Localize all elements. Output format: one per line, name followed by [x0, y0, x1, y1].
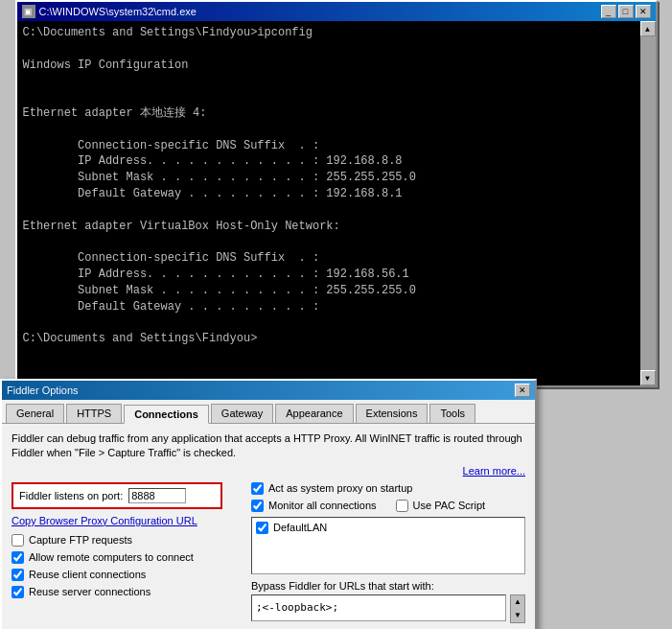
tab-extensions[interactable]: Extensions	[356, 404, 429, 423]
fiddler-main-content: Fiddler listens on port: Copy Browser Pr…	[12, 482, 525, 623]
lan-item: DefaultLAN	[256, 522, 521, 534]
capture-ftp-checkbox[interactable]	[12, 534, 24, 547]
lan-item-checkbox[interactable]	[256, 522, 268, 534]
monitor-connections-label: Monitor all connections	[268, 500, 377, 511]
scroll-down-button[interactable]: ▼	[640, 370, 656, 385]
tab-gateway[interactable]: Gateway	[211, 404, 273, 423]
monitor-connections-checkbox[interactable]	[251, 500, 264, 512]
reuse-server-row: Reuse server connections	[12, 586, 242, 598]
reuse-client-row: Reuse client connections	[12, 569, 242, 581]
cmd-title: C:\WINDOWS\system32\cmd.exe	[39, 6, 197, 17]
tab-general[interactable]: General	[6, 404, 64, 423]
capture-ftp-label: Capture FTP requests	[29, 534, 132, 546]
tab-https[interactable]: HTTPS	[66, 404, 122, 423]
allow-remote-row: Allow remote computers to connect	[12, 551, 242, 564]
system-proxy-checkbox[interactable]	[251, 482, 264, 495]
bypass-box-wrapper: ▲ ▼	[251, 594, 525, 623]
fiddler-title: Fiddler Options	[7, 384, 79, 396]
cmd-titlebar-controls: _ □ ✕	[601, 5, 651, 18]
bypass-scroll-up[interactable]: ▲	[511, 595, 524, 609]
system-proxy-row: Act as system proxy on startup	[251, 482, 525, 495]
bypass-label: Bypass Fiddler for URLs that start with:	[251, 580, 525, 592]
system-proxy-label: Act as system proxy on startup	[268, 482, 412, 494]
tab-appearance[interactable]: Appearance	[275, 404, 353, 423]
reuse-server-label: Reuse server connections	[29, 586, 151, 597]
capture-ftp-row: Capture FTP requests	[12, 534, 242, 547]
bypass-scrollbar: ▲ ▼	[510, 594, 525, 623]
cmd-window: ▣ C:\WINDOWS\system32\cmd.exe _ □ ✕ C:\D…	[15, 0, 658, 387]
use-pac-label: Use PAC Script	[413, 500, 486, 511]
cmd-text: C:\Documents and Settings\Findyou>ipconf…	[23, 25, 650, 347]
tab-connections[interactable]: Connections	[124, 405, 209, 424]
fiddler-close-button[interactable]: ✕	[515, 384, 530, 397]
scroll-track	[640, 36, 656, 370]
fiddler-titlebar: Fiddler Options ✕	[2, 381, 535, 400]
reuse-client-label: Reuse client connections	[29, 569, 146, 580]
fiddler-tabs: General HTTPS Connections Gateway Appear…	[2, 400, 535, 424]
cmd-titlebar-left: ▣ C:\WINDOWS\system32\cmd.exe	[22, 5, 197, 18]
lan-item-label: DefaultLAN	[273, 522, 327, 533]
port-label: Fiddler listens on port:	[19, 490, 123, 501]
fiddler-dialog: Fiddler Options ✕ General HTTPS Connecti…	[0, 379, 537, 629]
tab-tools[interactable]: Tools	[429, 404, 475, 423]
cmd-close-button[interactable]: ✕	[636, 5, 651, 18]
cmd-minimize-button[interactable]: _	[601, 5, 616, 18]
cmd-restore-button[interactable]: □	[618, 5, 634, 18]
use-pac-row: Use PAC Script	[396, 500, 486, 512]
fiddler-titlebar-controls: ✕	[515, 384, 530, 397]
cmd-content: C:\Documents and Settings\Findyou>ipconf…	[17, 21, 656, 385]
use-pac-checkbox[interactable]	[396, 500, 408, 512]
allow-remote-label: Allow remote computers to connect	[29, 551, 194, 563]
cmd-titlebar: ▣ C:\WINDOWS\system32\cmd.exe _ □ ✕	[17, 2, 656, 21]
bypass-input[interactable]	[251, 594, 506, 621]
monitor-connections-row: Monitor all connections	[251, 500, 377, 512]
fiddler-description: Fiddler can debug traffic from any appli…	[12, 431, 525, 461]
cmd-icon: ▣	[22, 5, 35, 18]
cmd-scrollbar: ▲ ▼	[640, 21, 656, 385]
learn-more-link[interactable]: Learn more...	[12, 465, 525, 477]
fiddler-left-column: Fiddler listens on port: Copy Browser Pr…	[12, 482, 242, 623]
copy-proxy-link[interactable]: Copy Browser Proxy Configuration URL	[12, 515, 242, 526]
port-row: Fiddler listens on port:	[12, 482, 222, 509]
reuse-server-checkbox[interactable]	[12, 586, 24, 598]
bypass-scroll-down[interactable]: ▼	[511, 609, 524, 622]
scroll-up-button[interactable]: ▲	[640, 21, 656, 36]
fiddler-body: Fiddler can debug traffic from any appli…	[2, 424, 535, 629]
fiddler-right-column: Act as system proxy on startup Monitor a…	[251, 482, 525, 623]
port-input[interactable]	[128, 488, 186, 503]
allow-remote-checkbox[interactable]	[12, 551, 24, 564]
reuse-client-checkbox[interactable]	[12, 569, 24, 581]
lan-listbox: DefaultLAN	[251, 517, 525, 574]
